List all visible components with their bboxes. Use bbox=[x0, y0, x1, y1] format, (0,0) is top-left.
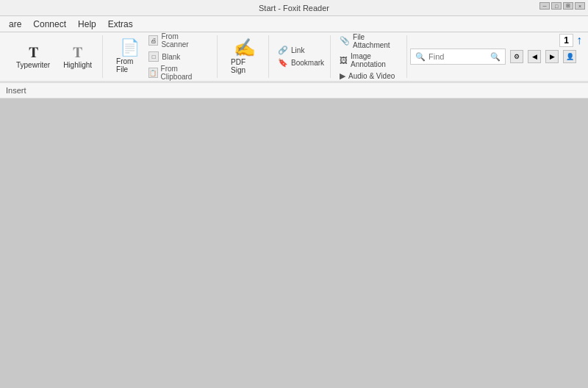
toolbar: 𝐓 Typewriter 𝐓 Highlight 📄 From File 🖨 F… bbox=[0, 32, 588, 82]
from-file-group: 📄 From File 🖨 From Scanner □ Blank 📋 Fro… bbox=[106, 35, 218, 78]
pdf-sign-icon: ✍ bbox=[234, 39, 256, 57]
bookmark-label: Bookmark bbox=[291, 59, 324, 67]
audio-icon: ▶ bbox=[340, 71, 345, 81]
insert-tab[interactable]: Insert bbox=[6, 86, 26, 95]
menu-bar: are Connect Help Extras bbox=[0, 16, 588, 32]
pdf-sign-label: PDF Sign bbox=[231, 58, 258, 74]
menu-item-extras[interactable]: Extras bbox=[102, 18, 139, 31]
ribbon-tab-row: Insert bbox=[0, 82, 588, 98]
bookmark-button[interactable]: 🔖 Bookmark bbox=[278, 57, 324, 68]
menu-item-connect[interactable]: Connect bbox=[27, 18, 72, 31]
typewriter-button[interactable]: 𝐓 Typewriter bbox=[12, 43, 54, 71]
highlight-icon: 𝐓 bbox=[73, 45, 82, 60]
menu-item-are[interactable]: are bbox=[3, 18, 27, 31]
search-icon: 🔍 bbox=[415, 52, 426, 62]
minimize-btn[interactable]: ─ bbox=[539, 2, 550, 10]
bookmark-icon: 🔖 bbox=[278, 58, 288, 68]
highlight-label: Highlight bbox=[63, 61, 92, 69]
file-attachment-button[interactable]: 📎 File Attachment bbox=[340, 32, 401, 50]
link-button[interactable]: 🔗 Link bbox=[278, 45, 324, 56]
image-annotation-button[interactable]: 🖼 Image Annotation bbox=[340, 51, 401, 69]
audio-video-label: Audio & Video bbox=[348, 72, 395, 80]
image-icon: 🖼 bbox=[340, 56, 348, 65]
pdf-sign-button[interactable]: ✍ PDF Sign bbox=[226, 37, 262, 76]
prev-btn[interactable]: ◀ bbox=[528, 50, 541, 63]
from-file-options: 🖨 From Scanner □ Blank 📋 From Clipboard bbox=[146, 32, 207, 82]
window-controls: ─ □ ⊞ × bbox=[539, 2, 585, 10]
next-btn[interactable]: ▶ bbox=[545, 50, 559, 63]
clipboard-icon: 📋 bbox=[148, 68, 157, 78]
find-bar: 🔍 🔍 bbox=[410, 48, 506, 65]
from-file-label: From File bbox=[116, 57, 143, 73]
number-badge: 1 bbox=[559, 34, 573, 47]
link-icon: 🔗 bbox=[278, 46, 288, 55]
title-bar: Start - Foxit Reader ─ □ ⊞ × bbox=[0, 0, 588, 16]
close-btn[interactable]: × bbox=[575, 2, 585, 10]
grid-btn[interactable]: ⊞ bbox=[563, 2, 573, 10]
blank-label: Blank bbox=[162, 53, 180, 61]
attachment-icon: 📎 bbox=[340, 36, 350, 46]
from-file-button[interactable]: 📄 From File 🖨 From Scanner □ Blank 📋 Fro… bbox=[112, 30, 211, 83]
file-attachment-label: File Attachment bbox=[353, 33, 401, 49]
from-clipboard-label: From Clipboard bbox=[161, 65, 204, 81]
toolbar-right: 🔍 🔍 ⚙ ◀ ▶ 👤 bbox=[410, 35, 582, 78]
toolbar-media-group: 📎 File Attachment 🖼 Image Annotation ▶ A… bbox=[334, 35, 407, 78]
toolbar-text-group: 𝐓 Typewriter 𝐓 Highlight bbox=[6, 35, 103, 78]
from-file-icon: 📄 bbox=[120, 40, 140, 56]
badge-area: 1 ↑ bbox=[559, 34, 582, 47]
from-scanner-label: From Scanner bbox=[161, 32, 204, 48]
blank-icon: □ bbox=[148, 51, 159, 62]
blank-button[interactable]: □ Blank bbox=[146, 51, 207, 62]
from-scanner-button[interactable]: 🖨 From Scanner bbox=[146, 32, 207, 49]
menu-item-help[interactable]: Help bbox=[72, 18, 102, 31]
link-label: Link bbox=[291, 46, 304, 54]
audio-video-button[interactable]: ▶ Audio & Video bbox=[340, 71, 401, 82]
toolbar-link-group: 🔗 Link 🔖 Bookmark bbox=[272, 35, 331, 78]
scanner-icon: 🖨 bbox=[148, 35, 158, 46]
settings-btn[interactable]: ⚙ bbox=[510, 50, 523, 63]
find-input[interactable] bbox=[429, 52, 487, 61]
from-clipboard-button[interactable]: 📋 From Clipboard bbox=[146, 64, 207, 82]
user-btn[interactable]: 👤 bbox=[563, 50, 576, 63]
highlight-button[interactable]: 𝐓 Highlight bbox=[59, 43, 96, 71]
upload-btn[interactable]: ↑ bbox=[576, 34, 582, 47]
typewriter-label: Typewriter bbox=[16, 61, 50, 69]
image-annotation-label: Image Annotation bbox=[351, 52, 401, 68]
find-search-icon[interactable]: 🔍 bbox=[490, 52, 501, 62]
maximize-btn[interactable]: □ bbox=[551, 2, 562, 10]
app-title: Start - Foxit Reader bbox=[259, 4, 329, 12]
pdf-sign-group: ✍ PDF Sign bbox=[220, 35, 269, 78]
typewriter-icon: 𝐓 bbox=[29, 45, 38, 60]
